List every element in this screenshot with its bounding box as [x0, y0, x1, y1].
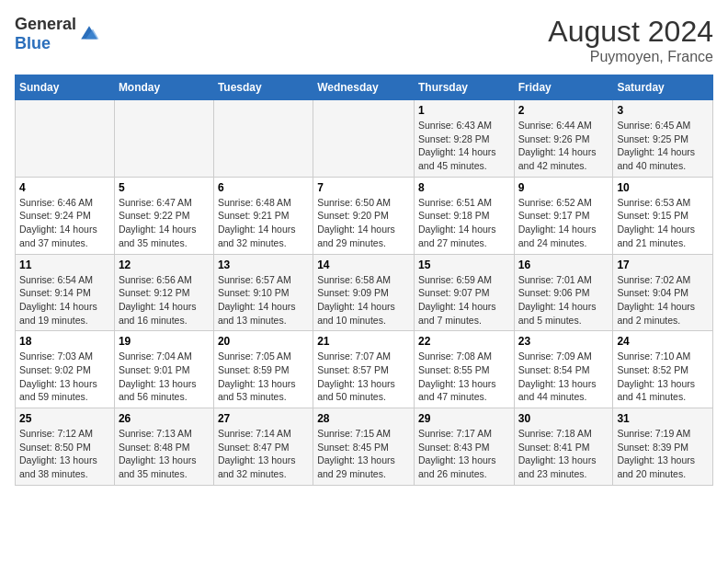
- day-cell: 5Sunrise: 6:47 AM Sunset: 9:22 PM Daylig…: [114, 177, 213, 254]
- day-cell: 11Sunrise: 6:54 AM Sunset: 9:14 PM Dayli…: [16, 254, 115, 331]
- day-number: 2: [518, 104, 609, 117]
- day-cell: 19Sunrise: 7:04 AM Sunset: 9:01 PM Dayli…: [114, 331, 213, 408]
- day-number: 22: [418, 335, 510, 348]
- day-cell: 7Sunrise: 6:50 AM Sunset: 9:20 PM Daylig…: [313, 177, 415, 254]
- day-cell: 2Sunrise: 6:44 AM Sunset: 9:26 PM Daylig…: [514, 100, 613, 178]
- day-cell: 12Sunrise: 6:56 AM Sunset: 9:12 PM Dayli…: [114, 254, 213, 331]
- day-number: 6: [218, 181, 309, 194]
- day-number: 7: [317, 181, 410, 194]
- subtitle: Puymoyen, France: [548, 49, 713, 65]
- column-header-saturday: Saturday: [613, 75, 713, 100]
- day-cell: [213, 100, 313, 178]
- day-info: Sunrise: 7:01 AM Sunset: 9:06 PM Dayligh…: [518, 273, 609, 327]
- day-number: 31: [617, 412, 709, 425]
- day-info: Sunrise: 6:56 AM Sunset: 9:12 PM Dayligh…: [119, 273, 210, 327]
- logo-text: General Blue: [15, 15, 76, 53]
- day-info: Sunrise: 7:18 AM Sunset: 8:41 PM Dayligh…: [518, 427, 609, 481]
- week-row-3: 11Sunrise: 6:54 AM Sunset: 9:14 PM Dayli…: [16, 254, 713, 331]
- day-cell: 1Sunrise: 6:43 AM Sunset: 9:28 PM Daylig…: [414, 100, 514, 178]
- day-cell: 14Sunrise: 6:58 AM Sunset: 9:09 PM Dayli…: [313, 254, 415, 331]
- day-number: 3: [617, 104, 709, 117]
- day-info: Sunrise: 6:59 AM Sunset: 9:07 PM Dayligh…: [418, 273, 510, 327]
- day-cell: 27Sunrise: 7:14 AM Sunset: 8:47 PM Dayli…: [213, 408, 313, 486]
- day-info: Sunrise: 7:14 AM Sunset: 8:47 PM Dayligh…: [218, 427, 309, 481]
- day-info: Sunrise: 6:48 AM Sunset: 9:21 PM Dayligh…: [218, 196, 309, 250]
- day-cell: [313, 100, 415, 178]
- day-number: 9: [518, 181, 609, 194]
- day-info: Sunrise: 6:51 AM Sunset: 9:18 PM Dayligh…: [418, 196, 510, 250]
- logo-general: General: [15, 15, 76, 33]
- day-cell: 21Sunrise: 7:07 AM Sunset: 8:57 PM Dayli…: [313, 331, 415, 408]
- day-number: 29: [418, 412, 510, 425]
- column-header-friday: Friday: [514, 75, 613, 100]
- column-header-thursday: Thursday: [414, 75, 514, 100]
- day-cell: 9Sunrise: 6:52 AM Sunset: 9:17 PM Daylig…: [514, 177, 613, 254]
- day-info: Sunrise: 7:07 AM Sunset: 8:57 PM Dayligh…: [317, 350, 410, 404]
- day-info: Sunrise: 7:17 AM Sunset: 8:43 PM Dayligh…: [418, 427, 510, 481]
- day-cell: 17Sunrise: 7:02 AM Sunset: 9:04 PM Dayli…: [613, 254, 713, 331]
- day-number: 16: [518, 259, 609, 271]
- main-title: August 2024: [548, 15, 713, 49]
- day-number: 12: [119, 259, 210, 271]
- day-info: Sunrise: 7:12 AM Sunset: 8:50 PM Dayligh…: [19, 427, 110, 481]
- day-info: Sunrise: 7:19 AM Sunset: 8:39 PM Dayligh…: [617, 427, 709, 481]
- day-cell: 28Sunrise: 7:15 AM Sunset: 8:45 PM Dayli…: [313, 408, 415, 486]
- day-cell: 24Sunrise: 7:10 AM Sunset: 8:52 PM Dayli…: [613, 331, 713, 408]
- day-info: Sunrise: 6:45 AM Sunset: 9:25 PM Dayligh…: [617, 119, 709, 173]
- day-number: 19: [119, 335, 210, 348]
- day-info: Sunrise: 6:50 AM Sunset: 9:20 PM Dayligh…: [317, 196, 410, 250]
- day-info: Sunrise: 7:09 AM Sunset: 8:54 PM Dayligh…: [518, 350, 609, 404]
- column-header-sunday: Sunday: [16, 75, 115, 100]
- day-cell: 13Sunrise: 6:57 AM Sunset: 9:10 PM Dayli…: [213, 254, 313, 331]
- day-info: Sunrise: 6:54 AM Sunset: 9:14 PM Dayligh…: [19, 273, 110, 327]
- day-cell: [114, 100, 213, 178]
- logo-icon: [78, 23, 100, 45]
- week-row-2: 4Sunrise: 6:46 AM Sunset: 9:24 PM Daylig…: [16, 177, 713, 254]
- day-number: 14: [317, 259, 410, 271]
- day-cell: 20Sunrise: 7:05 AM Sunset: 8:59 PM Dayli…: [213, 331, 313, 408]
- day-number: 1: [418, 104, 510, 117]
- week-row-5: 25Sunrise: 7:12 AM Sunset: 8:50 PM Dayli…: [16, 408, 713, 486]
- day-cell: 3Sunrise: 6:45 AM Sunset: 9:25 PM Daylig…: [613, 100, 713, 178]
- day-info: Sunrise: 6:43 AM Sunset: 9:28 PM Dayligh…: [418, 119, 510, 173]
- logo: General Blue: [15, 15, 100, 53]
- day-number: 4: [19, 181, 110, 194]
- header-row: SundayMondayTuesdayWednesdayThursdayFrid…: [16, 75, 713, 100]
- day-info: Sunrise: 7:15 AM Sunset: 8:45 PM Dayligh…: [317, 427, 410, 481]
- day-number: 23: [518, 335, 609, 348]
- day-info: Sunrise: 6:52 AM Sunset: 9:17 PM Dayligh…: [518, 196, 609, 250]
- day-number: 20: [218, 335, 309, 348]
- day-number: 15: [418, 259, 510, 271]
- day-cell: 29Sunrise: 7:17 AM Sunset: 8:43 PM Dayli…: [414, 408, 514, 486]
- day-number: 18: [19, 335, 110, 348]
- page-header: General Blue August 2024 Puymoyen, Franc…: [15, 15, 713, 65]
- day-cell: 25Sunrise: 7:12 AM Sunset: 8:50 PM Dayli…: [16, 408, 115, 486]
- week-row-1: 1Sunrise: 6:43 AM Sunset: 9:28 PM Daylig…: [16, 100, 713, 178]
- day-info: Sunrise: 7:13 AM Sunset: 8:48 PM Dayligh…: [119, 427, 210, 481]
- column-header-tuesday: Tuesday: [213, 75, 313, 100]
- day-info: Sunrise: 6:53 AM Sunset: 9:15 PM Dayligh…: [617, 196, 709, 250]
- day-info: Sunrise: 7:10 AM Sunset: 8:52 PM Dayligh…: [617, 350, 709, 404]
- calendar-table: SundayMondayTuesdayWednesdayThursdayFrid…: [15, 75, 713, 486]
- day-info: Sunrise: 7:05 AM Sunset: 8:59 PM Dayligh…: [218, 350, 309, 404]
- day-cell: 16Sunrise: 7:01 AM Sunset: 9:06 PM Dayli…: [514, 254, 613, 331]
- day-info: Sunrise: 6:47 AM Sunset: 9:22 PM Dayligh…: [119, 196, 210, 250]
- logo-blue: Blue: [15, 34, 51, 52]
- day-cell: 15Sunrise: 6:59 AM Sunset: 9:07 PM Dayli…: [414, 254, 514, 331]
- column-header-monday: Monday: [114, 75, 213, 100]
- day-info: Sunrise: 7:08 AM Sunset: 8:55 PM Dayligh…: [418, 350, 510, 404]
- day-info: Sunrise: 6:44 AM Sunset: 9:26 PM Dayligh…: [518, 119, 609, 173]
- week-row-4: 18Sunrise: 7:03 AM Sunset: 9:02 PM Dayli…: [16, 331, 713, 408]
- day-cell: 6Sunrise: 6:48 AM Sunset: 9:21 PM Daylig…: [213, 177, 313, 254]
- day-cell: 23Sunrise: 7:09 AM Sunset: 8:54 PM Dayli…: [514, 331, 613, 408]
- day-info: Sunrise: 7:02 AM Sunset: 9:04 PM Dayligh…: [617, 273, 709, 327]
- title-block: August 2024 Puymoyen, France: [548, 15, 713, 65]
- day-number: 11: [19, 259, 110, 271]
- day-number: 25: [19, 412, 110, 425]
- column-header-wednesday: Wednesday: [313, 75, 415, 100]
- day-cell: 8Sunrise: 6:51 AM Sunset: 9:18 PM Daylig…: [414, 177, 514, 254]
- day-number: 21: [317, 335, 410, 348]
- day-cell: 31Sunrise: 7:19 AM Sunset: 8:39 PM Dayli…: [613, 408, 713, 486]
- day-number: 27: [218, 412, 309, 425]
- day-number: 26: [119, 412, 210, 425]
